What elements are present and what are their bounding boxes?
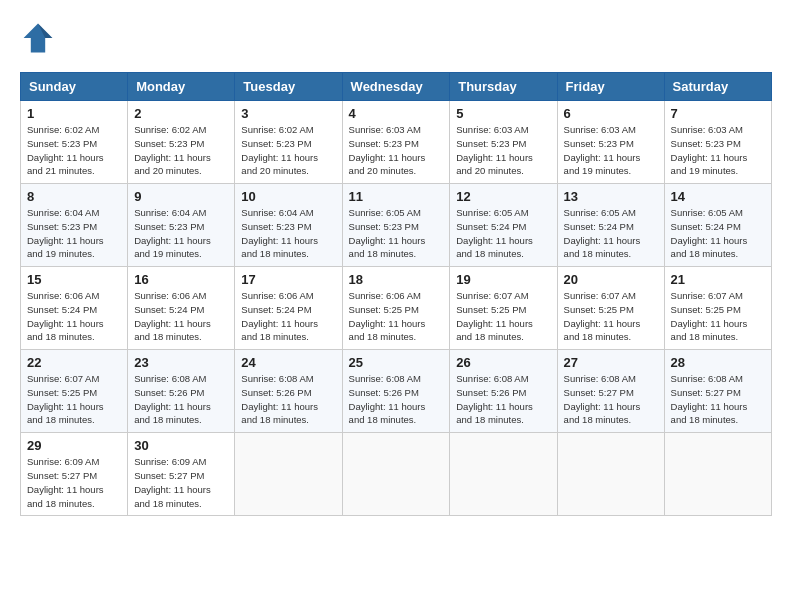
day-number: 4 xyxy=(349,106,444,121)
day-info: Sunrise: 6:08 AMSunset: 5:26 PMDaylight:… xyxy=(241,372,335,427)
day-info: Sunrise: 6:05 AMSunset: 5:24 PMDaylight:… xyxy=(456,206,550,261)
day-info: Sunrise: 6:02 AMSunset: 5:23 PMDaylight:… xyxy=(27,123,121,178)
day-info: Sunrise: 6:04 AMSunset: 5:23 PMDaylight:… xyxy=(241,206,335,261)
calendar-header-tuesday: Tuesday xyxy=(235,73,342,101)
day-number: 15 xyxy=(27,272,121,287)
calendar-cell: 28Sunrise: 6:08 AMSunset: 5:27 PMDayligh… xyxy=(664,350,771,433)
logo xyxy=(20,20,62,56)
day-number: 21 xyxy=(671,272,765,287)
calendar-cell: 17Sunrise: 6:06 AMSunset: 5:24 PMDayligh… xyxy=(235,267,342,350)
page-header xyxy=(20,20,772,56)
calendar-week-5: 29Sunrise: 6:09 AMSunset: 5:27 PMDayligh… xyxy=(21,433,772,516)
calendar-cell: 3Sunrise: 6:02 AMSunset: 5:23 PMDaylight… xyxy=(235,101,342,184)
day-number: 16 xyxy=(134,272,228,287)
day-number: 29 xyxy=(27,438,121,453)
calendar-header-sunday: Sunday xyxy=(21,73,128,101)
day-number: 9 xyxy=(134,189,228,204)
day-info: Sunrise: 6:05 AMSunset: 5:23 PMDaylight:… xyxy=(349,206,444,261)
calendar-week-2: 8Sunrise: 6:04 AMSunset: 5:23 PMDaylight… xyxy=(21,184,772,267)
day-info: Sunrise: 6:03 AMSunset: 5:23 PMDaylight:… xyxy=(564,123,658,178)
logo-icon xyxy=(20,20,56,56)
day-info: Sunrise: 6:07 AMSunset: 5:25 PMDaylight:… xyxy=(456,289,550,344)
day-number: 11 xyxy=(349,189,444,204)
calendar-header-monday: Monday xyxy=(128,73,235,101)
calendar-cell: 22Sunrise: 6:07 AMSunset: 5:25 PMDayligh… xyxy=(21,350,128,433)
calendar-cell: 14Sunrise: 6:05 AMSunset: 5:24 PMDayligh… xyxy=(664,184,771,267)
day-info: Sunrise: 6:07 AMSunset: 5:25 PMDaylight:… xyxy=(27,372,121,427)
calendar-cell: 24Sunrise: 6:08 AMSunset: 5:26 PMDayligh… xyxy=(235,350,342,433)
day-info: Sunrise: 6:09 AMSunset: 5:27 PMDaylight:… xyxy=(134,455,228,510)
day-number: 25 xyxy=(349,355,444,370)
day-info: Sunrise: 6:09 AMSunset: 5:27 PMDaylight:… xyxy=(27,455,121,510)
calendar-cell: 26Sunrise: 6:08 AMSunset: 5:26 PMDayligh… xyxy=(450,350,557,433)
calendar-cell: 6Sunrise: 6:03 AMSunset: 5:23 PMDaylight… xyxy=(557,101,664,184)
calendar-cell xyxy=(664,433,771,516)
day-number: 6 xyxy=(564,106,658,121)
calendar-cell: 11Sunrise: 6:05 AMSunset: 5:23 PMDayligh… xyxy=(342,184,450,267)
day-number: 5 xyxy=(456,106,550,121)
calendar-header-wednesday: Wednesday xyxy=(342,73,450,101)
day-number: 20 xyxy=(564,272,658,287)
day-info: Sunrise: 6:04 AMSunset: 5:23 PMDaylight:… xyxy=(27,206,121,261)
calendar-cell: 12Sunrise: 6:05 AMSunset: 5:24 PMDayligh… xyxy=(450,184,557,267)
day-number: 3 xyxy=(241,106,335,121)
calendar-cell: 4Sunrise: 6:03 AMSunset: 5:23 PMDaylight… xyxy=(342,101,450,184)
day-number: 10 xyxy=(241,189,335,204)
day-number: 7 xyxy=(671,106,765,121)
calendar-week-4: 22Sunrise: 6:07 AMSunset: 5:25 PMDayligh… xyxy=(21,350,772,433)
day-info: Sunrise: 6:06 AMSunset: 5:24 PMDaylight:… xyxy=(241,289,335,344)
day-info: Sunrise: 6:03 AMSunset: 5:23 PMDaylight:… xyxy=(349,123,444,178)
calendar-cell: 20Sunrise: 6:07 AMSunset: 5:25 PMDayligh… xyxy=(557,267,664,350)
day-info: Sunrise: 6:06 AMSunset: 5:24 PMDaylight:… xyxy=(134,289,228,344)
day-info: Sunrise: 6:08 AMSunset: 5:27 PMDaylight:… xyxy=(671,372,765,427)
day-info: Sunrise: 6:04 AMSunset: 5:23 PMDaylight:… xyxy=(134,206,228,261)
calendar-header-row: SundayMondayTuesdayWednesdayThursdayFrid… xyxy=(21,73,772,101)
calendar-cell xyxy=(557,433,664,516)
calendar-header-saturday: Saturday xyxy=(664,73,771,101)
day-info: Sunrise: 6:08 AMSunset: 5:26 PMDaylight:… xyxy=(349,372,444,427)
calendar-cell: 9Sunrise: 6:04 AMSunset: 5:23 PMDaylight… xyxy=(128,184,235,267)
calendar-cell: 29Sunrise: 6:09 AMSunset: 5:27 PMDayligh… xyxy=(21,433,128,516)
day-info: Sunrise: 6:06 AMSunset: 5:25 PMDaylight:… xyxy=(349,289,444,344)
day-info: Sunrise: 6:07 AMSunset: 5:25 PMDaylight:… xyxy=(671,289,765,344)
calendar-cell: 18Sunrise: 6:06 AMSunset: 5:25 PMDayligh… xyxy=(342,267,450,350)
calendar-cell: 25Sunrise: 6:08 AMSunset: 5:26 PMDayligh… xyxy=(342,350,450,433)
day-info: Sunrise: 6:05 AMSunset: 5:24 PMDaylight:… xyxy=(671,206,765,261)
day-number: 24 xyxy=(241,355,335,370)
calendar-cell: 15Sunrise: 6:06 AMSunset: 5:24 PMDayligh… xyxy=(21,267,128,350)
day-number: 23 xyxy=(134,355,228,370)
calendar-cell xyxy=(235,433,342,516)
day-info: Sunrise: 6:06 AMSunset: 5:24 PMDaylight:… xyxy=(27,289,121,344)
calendar-cell: 23Sunrise: 6:08 AMSunset: 5:26 PMDayligh… xyxy=(128,350,235,433)
calendar-cell: 27Sunrise: 6:08 AMSunset: 5:27 PMDayligh… xyxy=(557,350,664,433)
day-number: 13 xyxy=(564,189,658,204)
calendar-week-1: 1Sunrise: 6:02 AMSunset: 5:23 PMDaylight… xyxy=(21,101,772,184)
calendar-cell: 21Sunrise: 6:07 AMSunset: 5:25 PMDayligh… xyxy=(664,267,771,350)
day-info: Sunrise: 6:08 AMSunset: 5:27 PMDaylight:… xyxy=(564,372,658,427)
day-info: Sunrise: 6:08 AMSunset: 5:26 PMDaylight:… xyxy=(456,372,550,427)
day-number: 18 xyxy=(349,272,444,287)
day-number: 26 xyxy=(456,355,550,370)
calendar-week-3: 15Sunrise: 6:06 AMSunset: 5:24 PMDayligh… xyxy=(21,267,772,350)
calendar-cell xyxy=(342,433,450,516)
calendar-cell: 19Sunrise: 6:07 AMSunset: 5:25 PMDayligh… xyxy=(450,267,557,350)
calendar-header-thursday: Thursday xyxy=(450,73,557,101)
calendar-cell: 2Sunrise: 6:02 AMSunset: 5:23 PMDaylight… xyxy=(128,101,235,184)
day-info: Sunrise: 6:08 AMSunset: 5:26 PMDaylight:… xyxy=(134,372,228,427)
day-info: Sunrise: 6:02 AMSunset: 5:23 PMDaylight:… xyxy=(134,123,228,178)
calendar-cell xyxy=(450,433,557,516)
day-number: 30 xyxy=(134,438,228,453)
day-number: 2 xyxy=(134,106,228,121)
calendar-header-friday: Friday xyxy=(557,73,664,101)
calendar-cell: 10Sunrise: 6:04 AMSunset: 5:23 PMDayligh… xyxy=(235,184,342,267)
calendar-cell: 1Sunrise: 6:02 AMSunset: 5:23 PMDaylight… xyxy=(21,101,128,184)
calendar-cell: 13Sunrise: 6:05 AMSunset: 5:24 PMDayligh… xyxy=(557,184,664,267)
calendar-cell: 7Sunrise: 6:03 AMSunset: 5:23 PMDaylight… xyxy=(664,101,771,184)
calendar-cell: 16Sunrise: 6:06 AMSunset: 5:24 PMDayligh… xyxy=(128,267,235,350)
day-number: 28 xyxy=(671,355,765,370)
calendar-cell: 30Sunrise: 6:09 AMSunset: 5:27 PMDayligh… xyxy=(128,433,235,516)
calendar-cell: 8Sunrise: 6:04 AMSunset: 5:23 PMDaylight… xyxy=(21,184,128,267)
day-number: 27 xyxy=(564,355,658,370)
day-number: 19 xyxy=(456,272,550,287)
day-number: 14 xyxy=(671,189,765,204)
